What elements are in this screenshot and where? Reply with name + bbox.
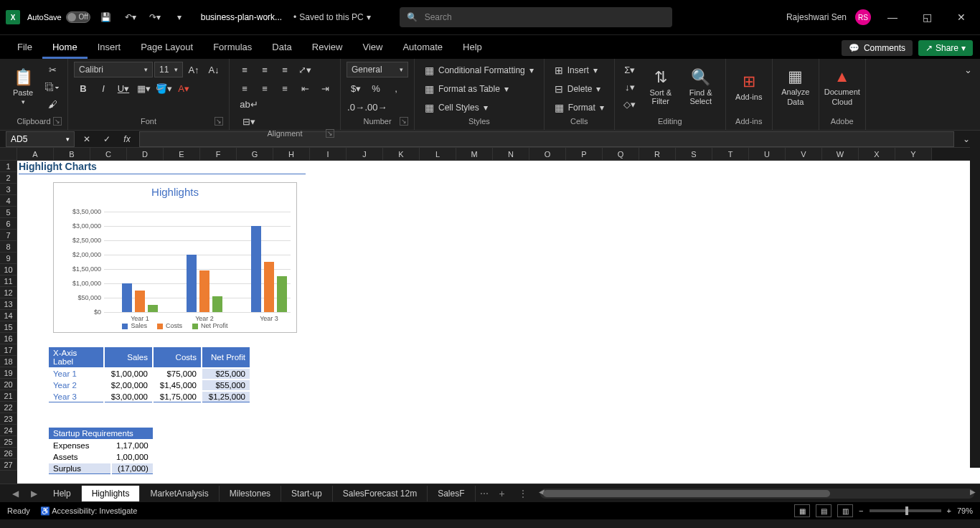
row-header-13[interactable]: 13: [0, 298, 17, 310]
save-icon[interactable]: 💾: [98, 9, 115, 26]
zoom-slider[interactable]: [870, 509, 941, 512]
tab-data[interactable]: Data: [262, 37, 301, 59]
col-header-V[interactable]: V: [786, 148, 822, 160]
col-header-R[interactable]: R: [639, 148, 676, 160]
sheet-tab-highlights[interactable]: Highlights: [82, 486, 141, 501]
autosum-icon[interactable]: Σ▾: [621, 62, 639, 77]
row-header-25[interactable]: 25: [0, 436, 17, 448]
row-header-27[interactable]: 27: [0, 459, 17, 471]
decrease-indent-icon[interactable]: ⇤: [296, 80, 314, 96]
comma-icon[interactable]: ,: [387, 80, 405, 96]
col-header-K[interactable]: K: [383, 148, 420, 160]
col-header-U[interactable]: U: [749, 148, 786, 160]
tab-formulas[interactable]: Formulas: [203, 37, 262, 59]
row-header-22[interactable]: 22: [0, 402, 17, 413]
col-header-N[interactable]: N: [493, 148, 529, 160]
row-header-19[interactable]: 19: [0, 367, 17, 379]
align-middle-icon[interactable]: ≡: [255, 62, 274, 77]
row-header-10[interactable]: 10: [0, 264, 17, 275]
align-left-icon[interactable]: ≡: [235, 80, 254, 96]
col-header-G[interactable]: G: [237, 148, 273, 160]
row-header-17[interactable]: 17: [0, 344, 17, 356]
italic-icon[interactable]: I: [94, 80, 113, 96]
page-break-view-icon[interactable]: ▥: [837, 504, 853, 517]
format-cells-button[interactable]: ▦Format ▾: [550, 99, 608, 116]
increase-decimal-icon[interactable]: .0→: [347, 99, 365, 115]
number-launcher-icon[interactable]: ↘: [400, 117, 408, 126]
row-header-12[interactable]: 12: [0, 287, 17, 298]
saved-status[interactable]: • Saved to this PC ▾: [293, 12, 371, 22]
minimize-icon[interactable]: —: [880, 7, 905, 27]
bold-icon[interactable]: B: [74, 80, 93, 96]
autosave-toggle[interactable]: AutoSave Off: [27, 11, 90, 23]
row-header-26[interactable]: 26: [0, 448, 17, 459]
row-header-23[interactable]: 23: [0, 413, 17, 425]
startup-row[interactable]: Expenses1,17,000: [49, 440, 153, 451]
insert-cells-button[interactable]: ⊞Insert ▾: [550, 62, 602, 79]
highlights-chart[interactable]: Highlights $0$50,000$1,00,000$1,50,000$2…: [53, 182, 297, 333]
tab-file[interactable]: File: [7, 37, 42, 59]
tab-help[interactable]: Help: [453, 37, 492, 59]
table-row[interactable]: Year 2$2,00,000$1,45,000$55,000: [49, 380, 250, 390]
sheet-tab-help[interactable]: Help: [43, 486, 82, 501]
tab-page-layout[interactable]: Page Layout: [131, 37, 203, 59]
copy-icon[interactable]: ⿻▾: [43, 79, 62, 95]
search-input[interactable]: 🔍 Search: [400, 7, 672, 27]
font-color-icon[interactable]: A▾: [174, 80, 193, 96]
select-all-corner[interactable]: [0, 148, 17, 160]
toggle-switch[interactable]: Off: [66, 11, 90, 23]
decrease-decimal-icon[interactable]: .00→: [367, 99, 385, 115]
borders-icon[interactable]: ▦▾: [134, 80, 153, 96]
sheet-tab-start-up[interactable]: Start-up: [281, 486, 333, 501]
merge-icon[interactable]: ⊟▾: [238, 113, 260, 129]
number-format-dropdown[interactable]: General▾: [347, 62, 408, 77]
analyze-data-button[interactable]: ▦AnalyzeData: [778, 62, 813, 112]
cell-styles-button[interactable]: ▦Cell Styles ▾: [420, 99, 492, 116]
orientation-icon[interactable]: ⤢▾: [296, 62, 314, 77]
clipboard-launcher-icon[interactable]: ↘: [53, 117, 62, 126]
document-cloud-button[interactable]: ▲DocumentCloud: [825, 62, 859, 112]
col-header-E[interactable]: E: [164, 148, 200, 160]
col-header-H[interactable]: H: [273, 148, 310, 160]
sort-filter-button[interactable]: ⇅Sort & Filter: [642, 62, 679, 112]
tab-view[interactable]: View: [352, 37, 392, 59]
tab-home[interactable]: Home: [42, 37, 88, 59]
table-row[interactable]: Year 3$3,00,000$1,75,000$1,25,000: [49, 392, 250, 402]
col-header-O[interactable]: O: [529, 148, 566, 160]
row-header-4[interactable]: 4: [0, 195, 17, 207]
table-row[interactable]: Year 1$1,00,000$75,000$25,000: [49, 369, 250, 379]
col-header-J[interactable]: J: [347, 148, 383, 160]
undo-icon[interactable]: ↶▾: [122, 9, 139, 26]
sheet-area[interactable]: 1234567891011121314151617181920212223242…: [0, 161, 980, 484]
tab-insert[interactable]: Insert: [88, 37, 131, 59]
paste-button[interactable]: 📋Paste▾: [6, 62, 40, 112]
conditional-formatting-button[interactable]: ▦Conditional Formatting ▾: [420, 62, 538, 79]
col-header-B[interactable]: B: [54, 148, 90, 160]
clear-icon[interactable]: ◇▾: [621, 96, 639, 112]
sheet-nav-next-icon[interactable]: ▶: [24, 489, 43, 499]
col-header-C[interactable]: C: [90, 148, 127, 160]
row-header-1[interactable]: 1: [0, 161, 17, 172]
horizontal-scrollbar[interactable]: ◀▶: [540, 489, 974, 499]
startup-row[interactable]: Assets1,00,000: [49, 452, 153, 462]
col-header-Q[interactable]: Q: [603, 148, 639, 160]
align-right-icon[interactable]: ≡: [275, 80, 294, 96]
row-header-18[interactable]: 18: [0, 356, 17, 367]
increase-font-icon[interactable]: A↑: [184, 62, 203, 77]
accounting-icon[interactable]: $▾: [347, 80, 365, 96]
name-box[interactable]: AD5▾: [6, 131, 75, 147]
fx-icon[interactable]: fx: [119, 134, 135, 144]
page-layout-view-icon[interactable]: ▤: [816, 504, 831, 517]
tab-review[interactable]: Review: [302, 37, 353, 59]
col-header-W[interactable]: W: [822, 148, 859, 160]
row-header-20[interactable]: 20: [0, 379, 17, 390]
new-sheet-button[interactable]: +: [493, 488, 512, 499]
fill-color-icon[interactable]: 🪣▾: [154, 80, 173, 96]
row-header-24[interactable]: 24: [0, 425, 17, 436]
comments-button[interactable]: 💬 Comments: [842, 40, 913, 56]
format-as-table-button[interactable]: ▦Format as Table ▾: [420, 80, 513, 98]
sheet-tab-marketanalysis[interactable]: MarketAnalysis: [140, 486, 219, 501]
vertical-scrollbar[interactable]: [970, 131, 980, 468]
row-header-15[interactable]: 15: [0, 321, 17, 333]
col-header-L[interactable]: L: [420, 148, 456, 160]
